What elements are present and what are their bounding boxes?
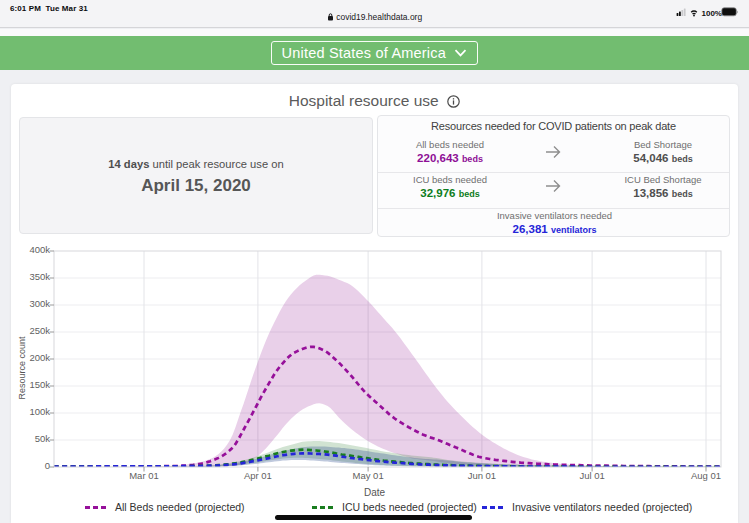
svg-text:Mar 01: Mar 01 <box>129 470 159 481</box>
svg-text:300k: 300k <box>29 298 50 309</box>
svg-text:Resource count: Resource count <box>17 336 27 400</box>
svg-text:0: 0 <box>45 460 50 471</box>
svg-text:250k: 250k <box>29 325 50 336</box>
svg-text:May 01: May 01 <box>353 470 384 481</box>
svg-text:50k: 50k <box>35 433 51 444</box>
svg-text:Jul 01: Jul 01 <box>579 470 604 481</box>
svg-text:100k: 100k <box>29 406 50 417</box>
svg-text:400k: 400k <box>29 244 50 255</box>
svg-text:Jun 01: Jun 01 <box>468 470 497 481</box>
svg-text:200k: 200k <box>29 352 50 363</box>
svg-text:150k: 150k <box>29 379 50 390</box>
svg-text:Date: Date <box>364 487 386 498</box>
svg-text:Aug 01: Aug 01 <box>691 470 721 481</box>
svg-text:100%: 100% <box>702 9 722 18</box>
svg-text:Apr 01: Apr 01 <box>244 470 272 481</box>
svg-text:350k: 350k <box>29 271 50 282</box>
